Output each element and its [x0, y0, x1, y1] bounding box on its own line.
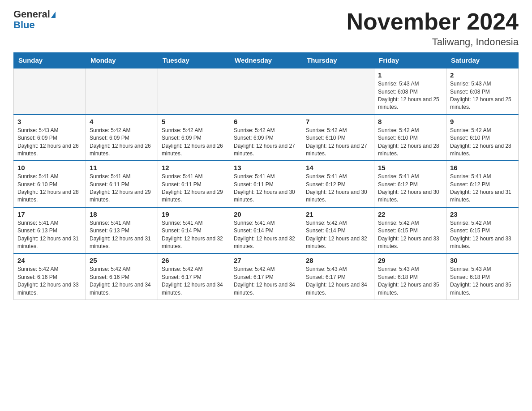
week-row-1: 1Sunrise: 5:43 AMSunset: 6:08 PMDaylight… [14, 68, 519, 115]
page-header: General Blue November 2024 Taliwang, Ind… [13, 9, 519, 48]
day-number: 8 [378, 118, 442, 125]
day-info: Sunrise: 5:42 AMSunset: 6:15 PMDaylight:… [378, 219, 442, 251]
calendar-title: November 2024 [347, 9, 519, 34]
day-cell [158, 68, 230, 115]
day-cell [86, 68, 158, 115]
day-cell: 16Sunrise: 5:41 AMSunset: 6:12 PMDayligh… [446, 161, 519, 207]
title-block: November 2024 Taliwang, Indonesia [347, 9, 519, 48]
day-cell: 15Sunrise: 5:41 AMSunset: 6:12 PMDayligh… [374, 161, 446, 207]
day-cell [230, 68, 302, 115]
day-cell: 1Sunrise: 5:43 AMSunset: 6:08 PMDaylight… [374, 68, 446, 115]
day-number: 5 [162, 118, 226, 125]
logo-blue-text: Blue [13, 20, 56, 30]
day-info: Sunrise: 5:41 AMSunset: 6:12 PMDaylight:… [450, 173, 515, 204]
day-number: 12 [162, 164, 226, 171]
day-cell: 28Sunrise: 5:43 AMSunset: 6:17 PMDayligh… [302, 253, 374, 300]
week-row-4: 17Sunrise: 5:41 AMSunset: 6:13 PMDayligh… [14, 207, 519, 254]
day-info: Sunrise: 5:42 AMSunset: 6:15 PMDaylight:… [450, 219, 515, 251]
day-number: 14 [306, 164, 370, 171]
day-cell [14, 68, 86, 115]
day-info: Sunrise: 5:42 AMSunset: 6:10 PMDaylight:… [450, 127, 515, 158]
day-info: Sunrise: 5:43 AMSunset: 6:18 PMDaylight:… [378, 265, 442, 297]
day-info: Sunrise: 5:43 AMSunset: 6:09 PMDaylight:… [17, 127, 82, 158]
day-number: 1 [378, 71, 442, 79]
day-number: 22 [378, 210, 442, 218]
calendar-header: SundayMondayTuesdayWednesdayThursdayFrid… [14, 53, 519, 68]
day-number: 25 [90, 257, 154, 264]
day-number: 20 [234, 210, 298, 218]
day-cell: 5Sunrise: 5:42 AMSunset: 6:09 PMDaylight… [158, 115, 230, 161]
day-info: Sunrise: 5:43 AMSunset: 6:08 PMDaylight:… [450, 80, 515, 111]
day-number: 24 [17, 257, 82, 264]
day-number: 26 [162, 257, 226, 264]
day-cell: 2Sunrise: 5:43 AMSunset: 6:08 PMDaylight… [446, 68, 519, 115]
day-cell: 27Sunrise: 5:42 AMSunset: 6:17 PMDayligh… [230, 253, 302, 300]
day-cell: 12Sunrise: 5:41 AMSunset: 6:11 PMDayligh… [158, 161, 230, 207]
day-number: 29 [378, 257, 442, 264]
day-cell [302, 68, 374, 115]
day-number: 15 [378, 164, 442, 171]
day-cell: 10Sunrise: 5:41 AMSunset: 6:10 PMDayligh… [14, 161, 86, 207]
day-number: 10 [17, 164, 82, 171]
day-cell: 24Sunrise: 5:42 AMSunset: 6:16 PMDayligh… [14, 253, 86, 300]
day-cell: 17Sunrise: 5:41 AMSunset: 6:13 PMDayligh… [14, 207, 86, 254]
week-row-2: 3Sunrise: 5:43 AMSunset: 6:09 PMDaylight… [14, 115, 519, 161]
day-number: 17 [17, 210, 82, 218]
day-number: 4 [90, 118, 154, 125]
day-cell: 19Sunrise: 5:41 AMSunset: 6:14 PMDayligh… [158, 207, 230, 254]
day-info: Sunrise: 5:41 AMSunset: 6:13 PMDaylight:… [17, 219, 82, 251]
day-number: 2 [450, 71, 515, 79]
day-info: Sunrise: 5:42 AMSunset: 6:09 PMDaylight:… [234, 127, 298, 158]
day-cell: 4Sunrise: 5:42 AMSunset: 6:09 PMDaylight… [86, 115, 158, 161]
day-number: 18 [90, 210, 154, 218]
logo-triangle-icon [51, 12, 56, 18]
day-cell: 25Sunrise: 5:42 AMSunset: 6:16 PMDayligh… [86, 253, 158, 300]
day-number: 30 [450, 257, 515, 264]
day-number: 9 [450, 118, 515, 125]
weekday-header-wednesday: Wednesday [230, 53, 302, 68]
weekday-header-tuesday: Tuesday [158, 53, 230, 68]
weekday-row: SundayMondayTuesdayWednesdayThursdayFrid… [14, 53, 519, 68]
day-info: Sunrise: 5:42 AMSunset: 6:10 PMDaylight:… [378, 127, 442, 158]
day-cell: 3Sunrise: 5:43 AMSunset: 6:09 PMDaylight… [14, 115, 86, 161]
day-info: Sunrise: 5:42 AMSunset: 6:17 PMDaylight:… [234, 265, 298, 297]
calendar-table: SundayMondayTuesdayWednesdayThursdayFrid… [13, 52, 519, 300]
day-info: Sunrise: 5:42 AMSunset: 6:09 PMDaylight:… [162, 127, 226, 158]
day-info: Sunrise: 5:41 AMSunset: 6:12 PMDaylight:… [378, 173, 442, 204]
day-number: 6 [234, 118, 298, 125]
day-info: Sunrise: 5:41 AMSunset: 6:12 PMDaylight:… [306, 173, 370, 204]
day-info: Sunrise: 5:41 AMSunset: 6:10 PMDaylight:… [17, 173, 82, 204]
day-number: 21 [306, 210, 370, 218]
day-info: Sunrise: 5:41 AMSunset: 6:14 PMDaylight:… [162, 219, 226, 251]
day-number: 7 [306, 118, 370, 125]
day-number: 16 [450, 164, 515, 171]
day-info: Sunrise: 5:43 AMSunset: 6:08 PMDaylight:… [378, 80, 442, 111]
week-row-3: 10Sunrise: 5:41 AMSunset: 6:10 PMDayligh… [14, 161, 519, 207]
day-cell: 13Sunrise: 5:41 AMSunset: 6:11 PMDayligh… [230, 161, 302, 207]
weekday-header-sunday: Sunday [14, 53, 86, 68]
day-info: Sunrise: 5:41 AMSunset: 6:11 PMDaylight:… [162, 173, 226, 204]
day-cell: 26Sunrise: 5:42 AMSunset: 6:17 PMDayligh… [158, 253, 230, 300]
day-cell: 7Sunrise: 5:42 AMSunset: 6:10 PMDaylight… [302, 115, 374, 161]
day-info: Sunrise: 5:43 AMSunset: 6:17 PMDaylight:… [306, 265, 370, 297]
day-info: Sunrise: 5:42 AMSunset: 6:14 PMDaylight:… [306, 219, 370, 251]
day-number: 23 [450, 210, 515, 218]
day-info: Sunrise: 5:42 AMSunset: 6:16 PMDaylight:… [17, 265, 82, 297]
day-number: 13 [234, 164, 298, 171]
day-cell: 18Sunrise: 5:41 AMSunset: 6:13 PMDayligh… [86, 207, 158, 254]
day-info: Sunrise: 5:42 AMSunset: 6:09 PMDaylight:… [90, 127, 154, 158]
logo-general-text: General [13, 9, 50, 20]
day-info: Sunrise: 5:41 AMSunset: 6:11 PMDaylight:… [90, 173, 154, 204]
day-number: 11 [90, 164, 154, 171]
calendar-subtitle: Taliwang, Indonesia [347, 36, 519, 48]
day-info: Sunrise: 5:42 AMSunset: 6:17 PMDaylight:… [162, 265, 226, 297]
day-info: Sunrise: 5:41 AMSunset: 6:14 PMDaylight:… [234, 219, 298, 251]
day-number: 28 [306, 257, 370, 264]
day-cell: 21Sunrise: 5:42 AMSunset: 6:14 PMDayligh… [302, 207, 374, 254]
day-info: Sunrise: 5:43 AMSunset: 6:18 PMDaylight:… [450, 265, 515, 297]
day-cell: 14Sunrise: 5:41 AMSunset: 6:12 PMDayligh… [302, 161, 374, 207]
day-cell: 6Sunrise: 5:42 AMSunset: 6:09 PMDaylight… [230, 115, 302, 161]
day-cell: 30Sunrise: 5:43 AMSunset: 6:18 PMDayligh… [446, 253, 519, 300]
day-cell: 11Sunrise: 5:41 AMSunset: 6:11 PMDayligh… [86, 161, 158, 207]
day-cell: 8Sunrise: 5:42 AMSunset: 6:10 PMDaylight… [374, 115, 446, 161]
